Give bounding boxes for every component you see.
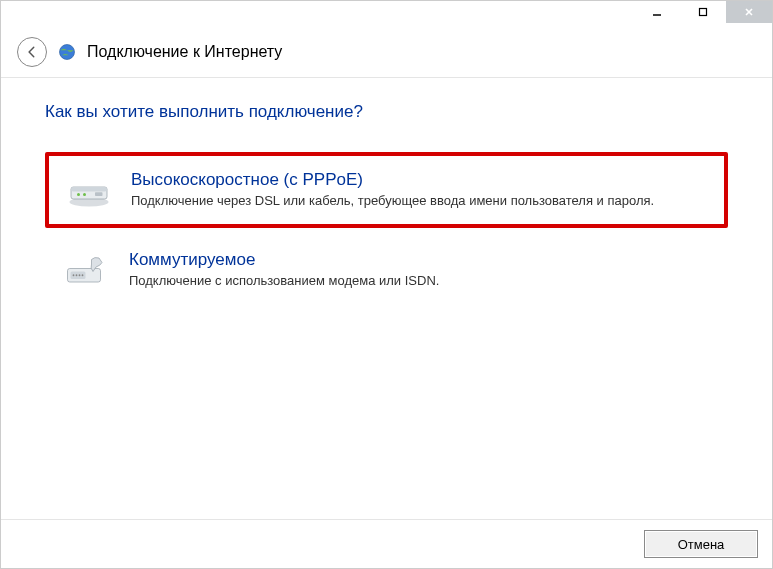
svg-point-10	[83, 193, 86, 196]
minimize-button[interactable]	[634, 1, 680, 23]
svg-rect-1	[700, 9, 707, 16]
svg-point-16	[79, 274, 81, 276]
option-text: Высокоскоростное (с PPPoE) Подключение ч…	[131, 170, 654, 210]
svg-point-15	[76, 274, 78, 276]
back-button[interactable]	[17, 37, 47, 67]
option-text: Коммутируемое Подключение с использовани…	[129, 250, 439, 290]
svg-rect-8	[71, 187, 107, 192]
option-title: Коммутируемое	[129, 250, 439, 270]
footer: Отмена	[1, 519, 772, 568]
maximize-button[interactable]	[680, 1, 726, 23]
option-description: Подключение с использованием модема или …	[129, 272, 439, 290]
option-description: Подключение через DSL или кабель, требую…	[131, 192, 654, 210]
wizard-title: Подключение к Интернету	[87, 43, 282, 61]
option-title: Высокоскоростное (с PPPoE)	[131, 170, 654, 190]
header: Подключение к Интернету	[1, 31, 772, 78]
modem-icon	[65, 170, 113, 210]
option-dialup[interactable]: Коммутируемое Подключение с использовани…	[45, 234, 728, 306]
svg-point-9	[77, 193, 80, 196]
close-button[interactable]	[726, 1, 772, 23]
option-pppoe[interactable]: Высокоскоростное (с PPPoE) Подключение ч…	[45, 152, 728, 228]
wizard-window: Подключение к Интернету Как вы хотите вы…	[0, 0, 773, 569]
question-heading: Как вы хотите выполнить подключение?	[45, 102, 728, 122]
svg-point-17	[82, 274, 84, 276]
wizard-body: Как вы хотите выполнить подключение? Выс…	[1, 78, 772, 519]
svg-point-14	[73, 274, 75, 276]
titlebar	[1, 1, 772, 31]
cancel-button[interactable]: Отмена	[644, 530, 758, 558]
globe-icon	[57, 42, 77, 62]
svg-rect-11	[95, 192, 103, 196]
phone-modem-icon	[63, 250, 111, 290]
